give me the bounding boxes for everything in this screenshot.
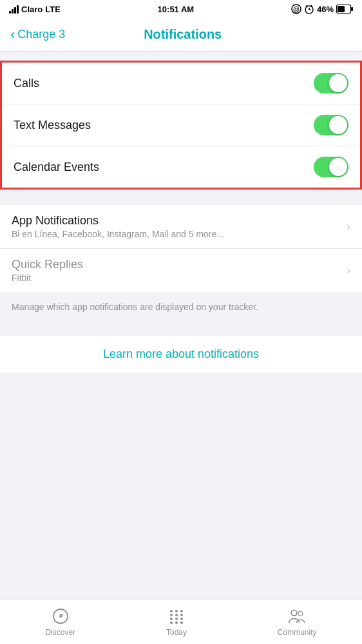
calls-row: Calls xyxy=(2,63,360,104)
tab-bar: Discover Today xyxy=(0,599,362,644)
empty-space xyxy=(0,373,362,553)
svg-point-22 xyxy=(170,621,173,624)
nav-header: ‹ Charge 3 Notifications xyxy=(0,18,362,52)
svg-point-19 xyxy=(170,618,173,620)
svg-point-15 xyxy=(180,610,183,612)
quick-replies-content: Quick Replies Fitbit xyxy=(12,258,347,283)
tab-discover-label: Discover xyxy=(45,628,75,637)
svg-point-23 xyxy=(175,621,178,624)
text-messages-toggle[interactable] xyxy=(314,115,348,135)
battery-icon xyxy=(336,5,353,14)
calendar-events-toggle-knob xyxy=(329,158,347,176)
svg-rect-8 xyxy=(351,7,353,11)
text-messages-toggle-knob xyxy=(329,116,347,134)
list-section: App Notifications Bi en Línea, Facebook,… xyxy=(0,205,362,292)
app-notifications-subtitle: Bi en Línea, Facebook, Instagram, Mail a… xyxy=(12,229,347,239)
text-messages-row: Text Messages xyxy=(2,104,360,146)
svg-point-26 xyxy=(298,611,303,616)
discover-icon xyxy=(52,607,70,625)
status-right: @ 46% xyxy=(291,4,353,14)
svg-point-18 xyxy=(180,614,183,616)
app-notifications-chevron: › xyxy=(347,220,350,233)
learn-more-link[interactable]: Learn more about notifications xyxy=(103,347,259,360)
page-title: Notifications xyxy=(65,27,300,42)
at-icon: @ xyxy=(291,4,301,14)
svg-point-13 xyxy=(170,610,173,612)
community-icon xyxy=(288,607,306,625)
back-button[interactable]: ‹ Charge 3 xyxy=(10,28,65,42)
status-bar: Claro LTE 10:51 AM @ 46% xyxy=(0,0,362,18)
svg-point-14 xyxy=(175,610,178,612)
calls-toggle[interactable] xyxy=(314,73,348,93)
status-left: Claro LTE xyxy=(9,5,61,14)
tab-today-label: Today xyxy=(166,628,187,637)
signal-icon xyxy=(9,5,19,14)
quick-replies-row[interactable]: Quick Replies Fitbit › xyxy=(0,249,362,292)
quick-replies-title: Quick Replies xyxy=(12,258,347,271)
toggle-section: Calls Text Messages Calendar Events xyxy=(0,61,362,190)
svg-point-25 xyxy=(291,610,297,616)
section-gap-2 xyxy=(0,327,362,336)
calendar-events-label: Calendar Events xyxy=(14,161,99,174)
main-content: Calls Text Messages Calendar Events Ap xyxy=(0,52,362,599)
app-notifications-row[interactable]: App Notifications Bi en Línea, Facebook,… xyxy=(0,205,362,249)
carrier-label: Claro xyxy=(21,5,43,14)
svg-point-24 xyxy=(180,621,183,624)
alarm-icon xyxy=(304,4,314,14)
top-spacer xyxy=(0,52,362,61)
svg-text:@: @ xyxy=(293,6,300,13)
svg-point-12 xyxy=(59,615,62,618)
svg-rect-9 xyxy=(338,6,345,12)
back-arrow-icon: ‹ xyxy=(10,28,15,42)
svg-point-16 xyxy=(170,614,173,616)
today-icon xyxy=(167,607,186,625)
calls-label: Calls xyxy=(14,77,39,90)
tab-today[interactable]: Today xyxy=(166,607,187,637)
app-notifications-title: App Notifications xyxy=(12,214,347,228)
network-type-label: LTE xyxy=(45,5,61,14)
info-text: Manage which app notifications are displ… xyxy=(12,301,350,314)
quick-replies-subtitle: Fitbit xyxy=(12,273,347,283)
tab-community[interactable]: Community xyxy=(278,607,317,637)
quick-replies-chevron: › xyxy=(347,264,350,277)
app-notifications-content: App Notifications Bi en Línea, Facebook,… xyxy=(12,214,347,239)
learn-more-section: Learn more about notifications xyxy=(0,336,362,373)
battery-label: 46% xyxy=(317,5,334,14)
info-section: Manage which app notifications are displ… xyxy=(0,292,362,327)
section-gap xyxy=(0,190,362,205)
svg-point-21 xyxy=(180,618,183,620)
calendar-events-row: Calendar Events xyxy=(2,146,360,188)
svg-point-17 xyxy=(175,614,178,616)
time-label: 10:51 AM xyxy=(158,5,195,14)
calls-toggle-knob xyxy=(329,74,347,92)
back-label: Charge 3 xyxy=(17,28,65,41)
tab-community-label: Community xyxy=(278,628,317,637)
tab-discover[interactable]: Discover xyxy=(45,607,75,637)
svg-point-20 xyxy=(175,618,178,620)
text-messages-label: Text Messages xyxy=(14,119,91,132)
calendar-events-toggle[interactable] xyxy=(314,157,348,177)
